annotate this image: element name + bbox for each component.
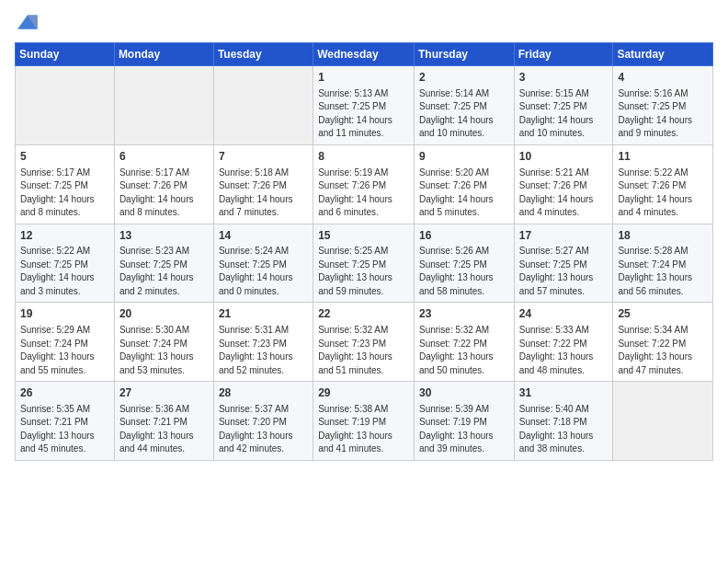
calendar-cell: 5Sunrise: 5:17 AM Sunset: 7:25 PM Daylig…: [16, 144, 115, 224]
weekday-header-sunday: Sunday: [16, 43, 115, 66]
day-number: 20: [119, 306, 209, 322]
weekday-header-thursday: Thursday: [414, 43, 514, 66]
cell-content: Sunrise: 5:32 AM Sunset: 7:22 PM Dayligh…: [419, 324, 509, 377]
calendar-cell: 24Sunrise: 5:33 AM Sunset: 7:22 PM Dayli…: [514, 303, 613, 382]
calendar: SundayMondayTuesdayWednesdayThursdayFrid…: [15, 42, 713, 461]
day-number: 25: [618, 306, 708, 322]
day-number: 21: [219, 306, 308, 322]
calendar-cell: 19Sunrise: 5:29 AM Sunset: 7:24 PM Dayli…: [16, 303, 115, 382]
calendar-cell: 15Sunrise: 5:25 AM Sunset: 7:25 PM Dayli…: [313, 224, 415, 303]
day-number: 3: [519, 70, 609, 86]
day-number: 29: [318, 385, 409, 401]
day-number: 12: [20, 228, 109, 244]
calendar-cell: 21Sunrise: 5:31 AM Sunset: 7:23 PM Dayli…: [213, 303, 313, 382]
calendar-cell: [16, 66, 115, 145]
day-number: 31: [519, 385, 609, 401]
day-number: 24: [519, 306, 609, 322]
cell-content: Sunrise: 5:23 AM Sunset: 7:25 PM Dayligh…: [119, 245, 209, 298]
logo: [15, 9, 44, 35]
day-number: 14: [219, 228, 308, 244]
day-number: 10: [519, 149, 609, 165]
day-number: 19: [20, 306, 109, 322]
day-number: 28: [219, 385, 308, 401]
week-row-1: 1Sunrise: 5:13 AM Sunset: 7:25 PM Daylig…: [16, 66, 713, 145]
weekday-header-friday: Friday: [514, 43, 613, 66]
cell-content: Sunrise: 5:15 AM Sunset: 7:25 PM Dayligh…: [519, 87, 609, 141]
calendar-cell: 17Sunrise: 5:27 AM Sunset: 7:25 PM Dayli…: [514, 224, 613, 303]
week-row-2: 5Sunrise: 5:17 AM Sunset: 7:25 PM Daylig…: [16, 144, 713, 224]
day-number: 6: [119, 149, 209, 165]
day-number: 16: [419, 228, 509, 244]
cell-content: Sunrise: 5:36 AM Sunset: 7:21 PM Dayligh…: [119, 403, 209, 456]
header: [15, 9, 713, 35]
cell-content: Sunrise: 5:39 AM Sunset: 7:19 PM Dayligh…: [419, 403, 509, 456]
calendar-cell: 3Sunrise: 5:15 AM Sunset: 7:25 PM Daylig…: [514, 66, 613, 145]
day-number: 13: [119, 228, 209, 244]
day-number: 26: [20, 385, 109, 401]
day-number: 15: [318, 228, 409, 244]
calendar-cell: 1Sunrise: 5:13 AM Sunset: 7:25 PM Daylig…: [313, 66, 415, 145]
calendar-cell: 4Sunrise: 5:16 AM Sunset: 7:25 PM Daylig…: [613, 66, 713, 145]
calendar-cell: 22Sunrise: 5:32 AM Sunset: 7:23 PM Dayli…: [313, 303, 415, 382]
week-row-4: 19Sunrise: 5:29 AM Sunset: 7:24 PM Dayli…: [16, 303, 713, 382]
day-number: 18: [618, 228, 708, 244]
week-row-5: 26Sunrise: 5:35 AM Sunset: 7:21 PM Dayli…: [16, 382, 713, 461]
cell-content: Sunrise: 5:35 AM Sunset: 7:21 PM Dayligh…: [20, 403, 109, 456]
cell-content: Sunrise: 5:13 AM Sunset: 7:25 PM Dayligh…: [318, 87, 409, 141]
cell-content: Sunrise: 5:22 AM Sunset: 7:25 PM Dayligh…: [20, 245, 109, 298]
day-number: 11: [618, 149, 708, 165]
cell-content: Sunrise: 5:21 AM Sunset: 7:26 PM Dayligh…: [519, 167, 609, 220]
calendar-cell: 13Sunrise: 5:23 AM Sunset: 7:25 PM Dayli…: [114, 224, 213, 303]
calendar-cell: 2Sunrise: 5:14 AM Sunset: 7:25 PM Daylig…: [414, 66, 514, 145]
calendar-cell: 7Sunrise: 5:18 AM Sunset: 7:26 PM Daylig…: [213, 144, 313, 224]
day-number: 2: [419, 70, 509, 86]
cell-content: Sunrise: 5:26 AM Sunset: 7:25 PM Dayligh…: [419, 245, 509, 298]
calendar-cell: 16Sunrise: 5:26 AM Sunset: 7:25 PM Dayli…: [414, 224, 514, 303]
day-number: 17: [519, 228, 609, 244]
day-number: 23: [419, 306, 509, 322]
day-number: 5: [20, 149, 109, 165]
cell-content: Sunrise: 5:22 AM Sunset: 7:26 PM Dayligh…: [618, 167, 708, 220]
day-number: 7: [219, 149, 308, 165]
calendar-cell: 20Sunrise: 5:30 AM Sunset: 7:24 PM Dayli…: [114, 303, 213, 382]
calendar-cell: 26Sunrise: 5:35 AM Sunset: 7:21 PM Dayli…: [16, 382, 115, 461]
weekday-header-saturday: Saturday: [613, 43, 713, 66]
day-number: 4: [618, 70, 708, 86]
calendar-cell: 27Sunrise: 5:36 AM Sunset: 7:21 PM Dayli…: [114, 382, 213, 461]
calendar-cell: 31Sunrise: 5:40 AM Sunset: 7:18 PM Dayli…: [514, 382, 613, 461]
cell-content: Sunrise: 5:30 AM Sunset: 7:24 PM Dayligh…: [119, 324, 209, 377]
calendar-cell: 29Sunrise: 5:38 AM Sunset: 7:19 PM Dayli…: [313, 382, 415, 461]
cell-content: Sunrise: 5:17 AM Sunset: 7:25 PM Dayligh…: [20, 167, 109, 220]
day-number: 27: [119, 385, 209, 401]
day-number: 30: [419, 385, 509, 401]
cell-content: Sunrise: 5:25 AM Sunset: 7:25 PM Dayligh…: [318, 245, 409, 298]
day-number: 9: [419, 149, 509, 165]
calendar-cell: 6Sunrise: 5:17 AM Sunset: 7:26 PM Daylig…: [114, 144, 213, 224]
cell-content: Sunrise: 5:33 AM Sunset: 7:22 PM Dayligh…: [519, 324, 609, 377]
weekday-header-row: SundayMondayTuesdayWednesdayThursdayFrid…: [16, 43, 713, 66]
cell-content: Sunrise: 5:37 AM Sunset: 7:20 PM Dayligh…: [219, 403, 308, 456]
calendar-cell: 14Sunrise: 5:24 AM Sunset: 7:25 PM Dayli…: [213, 224, 313, 303]
cell-content: Sunrise: 5:32 AM Sunset: 7:23 PM Dayligh…: [318, 324, 409, 377]
calendar-cell: 28Sunrise: 5:37 AM Sunset: 7:20 PM Dayli…: [213, 382, 313, 461]
cell-content: Sunrise: 5:27 AM Sunset: 7:25 PM Dayligh…: [519, 245, 609, 298]
calendar-cell: 25Sunrise: 5:34 AM Sunset: 7:22 PM Dayli…: [613, 303, 713, 382]
calendar-cell: 10Sunrise: 5:21 AM Sunset: 7:26 PM Dayli…: [514, 144, 613, 224]
calendar-cell: 8Sunrise: 5:19 AM Sunset: 7:26 PM Daylig…: [313, 144, 415, 224]
day-number: 8: [318, 149, 409, 165]
calendar-cell: [114, 66, 213, 145]
calendar-cell: [613, 382, 713, 461]
weekday-header-wednesday: Wednesday: [313, 43, 415, 66]
week-row-3: 12Sunrise: 5:22 AM Sunset: 7:25 PM Dayli…: [16, 224, 713, 303]
cell-content: Sunrise: 5:28 AM Sunset: 7:24 PM Dayligh…: [618, 245, 708, 298]
cell-content: Sunrise: 5:29 AM Sunset: 7:24 PM Dayligh…: [20, 324, 109, 377]
weekday-header-tuesday: Tuesday: [213, 43, 313, 66]
calendar-cell: 9Sunrise: 5:20 AM Sunset: 7:26 PM Daylig…: [414, 144, 514, 224]
calendar-cell: 12Sunrise: 5:22 AM Sunset: 7:25 PM Dayli…: [16, 224, 115, 303]
cell-content: Sunrise: 5:16 AM Sunset: 7:25 PM Dayligh…: [618, 87, 708, 141]
cell-content: Sunrise: 5:20 AM Sunset: 7:26 PM Dayligh…: [419, 167, 509, 220]
cell-content: Sunrise: 5:38 AM Sunset: 7:19 PM Dayligh…: [318, 403, 409, 456]
cell-content: Sunrise: 5:17 AM Sunset: 7:26 PM Dayligh…: [119, 167, 209, 220]
calendar-cell: 11Sunrise: 5:22 AM Sunset: 7:26 PM Dayli…: [613, 144, 713, 224]
logo-icon: [15, 9, 40, 35]
